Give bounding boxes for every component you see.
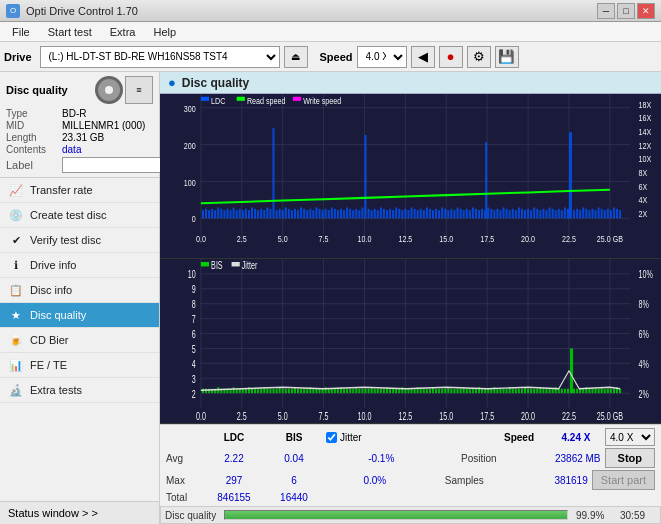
minimize-button[interactable]: ─ bbox=[597, 3, 615, 19]
svg-rect-303 bbox=[426, 389, 428, 393]
jitter-checkbox[interactable] bbox=[326, 432, 337, 443]
svg-rect-58 bbox=[254, 209, 256, 219]
eject-button[interactable]: ⏏ bbox=[284, 46, 308, 68]
menu-file[interactable]: File bbox=[4, 25, 38, 39]
svg-text:Jitter: Jitter bbox=[242, 260, 258, 272]
svg-rect-44 bbox=[214, 210, 216, 218]
svg-rect-135 bbox=[490, 209, 492, 219]
svg-rect-298 bbox=[411, 389, 413, 393]
svg-rect-281 bbox=[358, 389, 360, 393]
svg-rect-105 bbox=[401, 210, 403, 218]
svg-rect-74 bbox=[306, 210, 308, 218]
sidebar-item-extra-tests[interactable]: 🔬 Extra tests bbox=[0, 378, 159, 403]
svg-rect-297 bbox=[407, 389, 409, 393]
avg-label: Avg bbox=[166, 453, 202, 464]
sidebar-item-transfer-rate[interactable]: 📈 Transfer rate bbox=[0, 178, 159, 203]
menu-help[interactable]: Help bbox=[145, 25, 184, 39]
svg-rect-369 bbox=[232, 262, 240, 266]
sidebar-item-label: FE / TE bbox=[30, 359, 67, 371]
svg-rect-248 bbox=[257, 389, 259, 393]
svg-text:14X: 14X bbox=[639, 126, 652, 137]
svg-rect-321 bbox=[481, 389, 483, 393]
disc-panel: Disc quality ≡ Type BD-R MID MILLENMR1 (… bbox=[0, 72, 159, 178]
svg-rect-244 bbox=[245, 389, 247, 393]
disc-section-title: Disc quality bbox=[6, 84, 68, 96]
speed-select[interactable]: 4.0 X 1.0 X 2.0 X 8.0 X bbox=[357, 46, 407, 68]
maximize-button[interactable]: □ bbox=[617, 3, 635, 19]
speed-col-header: Speed bbox=[491, 432, 547, 443]
svg-text:20.0: 20.0 bbox=[521, 233, 535, 244]
svg-text:2%: 2% bbox=[639, 388, 649, 400]
svg-rect-84 bbox=[334, 209, 336, 219]
samples-label: Samples bbox=[428, 475, 484, 486]
speed-dropdown[interactable]: 4.0 X bbox=[605, 428, 655, 446]
svg-rect-162 bbox=[573, 210, 575, 218]
svg-rect-274 bbox=[337, 389, 339, 393]
svg-rect-304 bbox=[429, 389, 431, 393]
svg-text:10.0: 10.0 bbox=[358, 411, 372, 423]
svg-rect-88 bbox=[346, 207, 348, 218]
svg-rect-307 bbox=[438, 389, 440, 393]
svg-rect-361 bbox=[604, 389, 606, 393]
svg-text:25.0 GB: 25.0 GB bbox=[597, 233, 624, 244]
sidebar-item-label: Disc info bbox=[30, 284, 72, 296]
avg-ldc: 2.22 bbox=[206, 453, 262, 464]
svg-rect-289 bbox=[383, 389, 385, 393]
svg-rect-100 bbox=[386, 210, 388, 218]
menubar: File Start test Extra Help bbox=[0, 22, 661, 42]
bis-chart-svg: 10 9 8 7 6 5 4 3 2 10% 8% 6% 4% bbox=[160, 259, 661, 423]
svg-rect-358 bbox=[595, 389, 597, 393]
svg-rect-78 bbox=[318, 209, 320, 219]
sidebar-item-label: Create test disc bbox=[30, 209, 106, 221]
save-button[interactable]: 💾 bbox=[495, 46, 519, 68]
status-window[interactable]: Status window > > bbox=[0, 501, 159, 524]
position-label: Position bbox=[441, 453, 497, 464]
length-value: 23.31 GB bbox=[62, 132, 104, 143]
sidebar-item-create-test[interactable]: 💿 Create test disc bbox=[0, 203, 159, 228]
record-button[interactable]: ● bbox=[439, 46, 463, 68]
close-button[interactable]: ✕ bbox=[637, 3, 655, 19]
stop-button[interactable]: Stop bbox=[605, 448, 655, 468]
svg-rect-341 bbox=[542, 389, 544, 393]
sidebar-item-disc-info[interactable]: 📋 Disc info bbox=[0, 278, 159, 303]
svg-rect-92 bbox=[358, 210, 360, 218]
sidebar-item-drive-info[interactable]: ℹ Drive info bbox=[0, 253, 159, 278]
svg-rect-268 bbox=[318, 389, 320, 393]
svg-rect-48 bbox=[226, 209, 228, 219]
svg-rect-46 bbox=[220, 209, 222, 219]
settings-button[interactable]: ⚙ bbox=[467, 46, 491, 68]
svg-text:2.5: 2.5 bbox=[237, 233, 247, 244]
svg-text:100: 100 bbox=[184, 177, 196, 188]
sidebar-item-fe-te[interactable]: 📊 FE / TE bbox=[0, 353, 159, 378]
svg-text:200: 200 bbox=[184, 140, 196, 151]
progress-fill bbox=[225, 511, 567, 519]
svg-rect-253 bbox=[272, 389, 274, 393]
menu-start-test[interactable]: Start test bbox=[40, 25, 100, 39]
progress-bar bbox=[224, 510, 568, 520]
svg-rect-147 bbox=[527, 209, 529, 219]
svg-text:2: 2 bbox=[192, 388, 196, 400]
prev-button[interactable]: ◀ bbox=[411, 46, 435, 68]
label-input[interactable] bbox=[62, 157, 162, 173]
svg-rect-276 bbox=[343, 389, 345, 393]
svg-rect-123 bbox=[457, 207, 459, 218]
svg-text:5.0: 5.0 bbox=[278, 411, 288, 423]
disc-contents-row: Contents data bbox=[6, 144, 153, 155]
sidebar-item-cd-bier[interactable]: 🍺 CD Bier bbox=[0, 328, 159, 353]
svg-rect-164 bbox=[579, 210, 581, 218]
sidebar-item-verify-test[interactable]: ✔ Verify test disc bbox=[0, 228, 159, 253]
svg-rect-110 bbox=[417, 210, 419, 218]
svg-text:17.5: 17.5 bbox=[480, 411, 494, 423]
svg-rect-45 bbox=[217, 207, 219, 218]
disc-length-row: Length 23.31 GB bbox=[6, 132, 153, 143]
svg-rect-257 bbox=[285, 389, 287, 393]
svg-rect-252 bbox=[269, 389, 271, 393]
svg-rect-327 bbox=[499, 389, 501, 393]
svg-rect-278 bbox=[349, 389, 351, 393]
drive-select[interactable]: (L:) HL-DT-ST BD-RE WH16NS58 TST4 bbox=[40, 46, 280, 68]
menu-extra[interactable]: Extra bbox=[102, 25, 144, 39]
start-part-button[interactable]: Start part bbox=[592, 470, 655, 490]
svg-text:12.5: 12.5 bbox=[398, 411, 412, 423]
svg-rect-146 bbox=[524, 210, 526, 218]
sidebar-item-disc-quality[interactable]: ★ Disc quality bbox=[0, 303, 159, 328]
